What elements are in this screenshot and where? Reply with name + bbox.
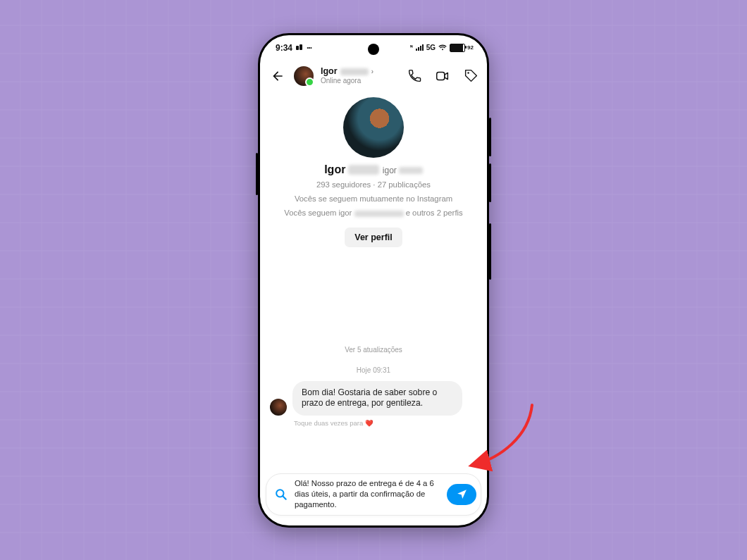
chat-header: Igor › Online agora	[260, 61, 487, 92]
front-camera	[368, 44, 379, 55]
network-label: 5G	[426, 44, 436, 51]
profile-name: Igor	[324, 163, 345, 176]
wifi-icon	[438, 44, 447, 52]
search-icon[interactable]	[273, 487, 289, 502]
presence-dot	[305, 77, 314, 87]
side-key	[256, 153, 258, 195]
message-composer[interactable]: Olá! Nosso prazo de entrega é de 4 a 6 d…	[266, 473, 481, 516]
battery-icon	[450, 44, 465, 52]
thread-timestamp: Hoje 09:31	[260, 366, 487, 374]
header-name-redacted	[340, 68, 369, 75]
send-icon	[456, 488, 468, 500]
video-call-button[interactable]	[435, 68, 450, 84]
status-time: 9:34	[276, 43, 292, 53]
header-avatar[interactable]	[294, 66, 314, 86]
tag-button[interactable]	[463, 68, 479, 84]
header-name-block[interactable]: Igor › Online agora	[321, 67, 400, 85]
incoming-message-bubble[interactable]: Bom dia! Gostaria de saber sobre o prazo…	[292, 381, 462, 416]
header-name: Igor	[321, 67, 338, 76]
view-updates-link[interactable]: Ver 5 atualizações	[260, 346, 487, 354]
profile-card: Igor igor 293 seguidores · 27 publicaçõe…	[260, 93, 487, 247]
incoming-message-row: Bom dia! Gostaria de saber sobre o prazo…	[260, 374, 487, 416]
chat-body[interactable]: Igor igor 293 seguidores · 27 publicaçõe…	[260, 93, 487, 475]
svg-line-5	[283, 496, 286, 499]
header-status: Online agora	[321, 77, 400, 85]
signal-icon	[416, 44, 424, 51]
composer-text[interactable]: Olá! Nosso prazo de entrega é de 4 a 6 d…	[295, 478, 441, 511]
phone-screen: 9:34 ··· ᴺ 5G 92	[260, 35, 487, 525]
status-notification-icon	[296, 44, 303, 51]
profile-mutual-2b: e outros 2 perfis	[406, 209, 463, 217]
chevron-right-icon: ›	[371, 68, 374, 75]
double-tap-hint: Toque duas vezes para ❤️	[294, 419, 487, 427]
profile-handle-prefix: igor	[383, 166, 397, 175]
send-button[interactable]	[447, 484, 476, 505]
volume-down-button	[489, 163, 491, 202]
volume-up-button	[489, 118, 491, 156]
audio-call-button[interactable]	[407, 68, 422, 84]
svg-rect-0	[296, 46, 299, 50]
back-button[interactable]	[268, 67, 287, 85]
profile-name-redacted	[348, 165, 379, 175]
status-more-icon: ···	[307, 43, 311, 53]
message-avatar[interactable]	[270, 399, 287, 416]
profile-stats: 293 seguidores · 27 publicações	[280, 179, 467, 190]
profile-handle-redacted	[399, 167, 423, 174]
profile-mutual-redacted	[354, 211, 404, 217]
svg-point-3	[467, 72, 469, 73]
battery-text: 92	[467, 44, 474, 51]
view-profile-button[interactable]: Ver perfil	[345, 228, 402, 247]
tutorial-canvas: 9:34 ··· ᴺ 5G 92	[0, 0, 747, 560]
profile-mutual-2a: Vocês seguem igor	[284, 209, 352, 217]
profile-mutual-1: Vocês se seguem mutuamente no Instagram	[280, 193, 467, 204]
profile-avatar[interactable]	[343, 97, 404, 158]
svg-rect-1	[300, 44, 302, 50]
power-button	[489, 223, 491, 280]
phone-frame: 9:34 ··· ᴺ 5G 92	[258, 33, 489, 528]
svg-rect-2	[437, 72, 445, 80]
nfc-icon: ᴺ	[410, 44, 413, 51]
